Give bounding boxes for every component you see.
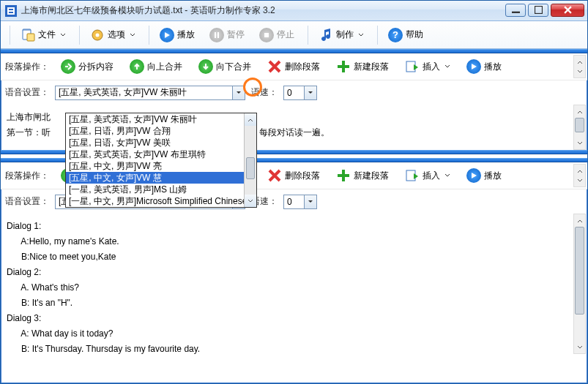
scrollbar[interactable] [573,55,586,78]
svg-rect-10 [215,32,216,38]
scrollbar[interactable] [573,214,586,354]
content-bottom[interactable]: Dialog 1: A:Hello, my name's Kate. B:Nic… [1,214,587,354]
insert-menu[interactable]: 插入 [399,57,456,76]
separator [149,26,149,45]
voice-option[interactable]: [五星, 中文, 男声]VW 亮 [66,160,256,172]
plus-icon [336,168,351,183]
label: 帮助 [406,29,423,41]
segment-ops-top: 段落操作： 分拆内容 向上合并 向下合并 删除段落 新建段落 插入 播放 [1,53,587,80]
voice-option[interactable]: [一星, 美式英语, 男声]MS 山姆 [66,184,256,195]
stop-button[interactable]: 停止 [253,25,300,45]
scrollbar[interactable] [573,105,586,150]
file-menu[interactable]: 文件 [15,25,72,45]
delete-seg-button[interactable]: 删除段落 [261,166,326,185]
plus-icon [336,59,351,74]
pause-icon [209,28,224,42]
separator [10,26,10,45]
play-button[interactable]: 播放 [154,25,201,45]
label: 暂停 [227,29,245,41]
voice-option[interactable]: [五星, 中文, 女声]VW 慧 [66,172,256,184]
help-icon: ? [388,28,403,42]
speed-value: 0 [284,197,295,207]
label: 播放 [177,29,195,41]
label: 文件 [38,29,56,41]
voice-option[interactable]: [五星, 英式英语, 女声]VW 布里琪特 [66,148,256,160]
voice-option[interactable]: [五星, 日语, 女声]VW 美咲 [66,137,256,148]
segment-ops-label: 段落操作： [5,61,49,73]
label: 选项 [108,29,125,41]
speed-value: 0 [284,88,295,98]
scroll-thumb[interactable] [246,157,255,179]
new-seg-button[interactable]: 新建段落 [330,166,395,185]
segment-ops-label: 段落操作： [5,170,49,182]
delete-seg-button[interactable]: 删除段落 [261,57,326,76]
pause-button[interactable]: 暂停 [204,25,250,45]
speed-combo[interactable]: 0 [283,86,317,100]
insert-icon [405,168,420,183]
separator [308,26,308,45]
separator [79,26,80,45]
chevron-down-icon [60,30,66,40]
stop-icon [259,28,274,42]
svg-rect-12 [264,33,269,37]
dropdown-scrollbar[interactable] [244,113,256,207]
window-title: 上海市闸北区七年级预备模块听力试题.txt - 英语听力制作专家 3.2 [21,4,503,17]
gear-icon [90,28,105,42]
voice-option[interactable]: [五星, 日语, 男声]VW 合翔 [66,125,256,137]
label: 制作 [336,29,354,41]
new-seg-button[interactable]: 新建段落 [330,57,395,76]
merge-down-button[interactable]: 向下合并 [193,57,257,76]
make-menu[interactable]: 制作 [313,25,370,45]
chevron-down-icon [444,170,450,181]
minimize-button[interactable] [505,4,526,17]
main-menubar: 文件 选项 播放 暂停 停止 制作 ? 帮助 [1,21,587,49]
split-button[interactable]: 分拆内容 [55,57,119,76]
music-note-icon [319,28,333,42]
file-icon [21,28,35,42]
insert-icon [405,59,420,74]
voice-option[interactable]: [一星, 中文, 男声]Microsoft Simplified Chinese [66,195,256,207]
x-icon [267,168,282,183]
merge-up-button[interactable]: 向上合并 [124,57,188,76]
help-menu[interactable]: ? 帮助 [382,25,429,45]
voice-label: 语音设置： [5,195,49,208]
app-icon [5,5,17,17]
play-icon [160,28,174,42]
play-seg-button[interactable]: 播放 [461,57,507,76]
chevron-down-icon [444,61,450,72]
scrollbar[interactable] [573,164,586,187]
maximize-button[interactable] [528,4,548,17]
voice-settings-top: 语音设置： [五星, 美式英语, 女声]VW 朱丽叶 语速： 0 [1,80,587,105]
svg-rect-3 [9,12,13,13]
svg-point-9 [96,33,100,37]
separator [377,26,378,45]
options-menu[interactable]: 选项 [84,25,141,45]
chevron-down-icon [358,30,364,40]
svg-rect-1 [7,7,15,15]
speed-label: 语速： [251,86,278,99]
svg-rect-2 [9,9,13,10]
voice-option[interactable]: [五星, 美式英语, 女声]VW 朱丽叶 [66,113,256,125]
insert-menu[interactable]: 插入 [399,166,456,185]
play-seg-button[interactable]: 播放 [461,166,507,185]
voice-dropdown-list[interactable]: [五星, 美式英语, 女声]VW 朱丽叶[五星, 日语, 男声]VW 合翔[五星… [65,113,257,208]
voice-label: 语音设置： [5,86,49,99]
titlebar: 上海市闸北区七年级预备模块听力试题.txt - 英语听力制作专家 3.2 [1,1,587,21]
svg-rect-7 [27,34,34,41]
speed-dropdown-button[interactable] [304,195,316,208]
voice-value: [五星, 美式英语, 女声]VW 朱丽叶 [56,86,190,99]
svg-rect-5 [535,6,543,14]
svg-rect-11 [217,32,219,38]
text: Dialog 1: A:Hello, my name's Kate. B:Nic… [7,221,200,354]
voice-combo[interactable]: [五星, 美式英语, 女声]VW 朱丽叶 [55,86,245,100]
svg-rect-4 [512,12,520,13]
voice-dropdown-button[interactable] [232,86,245,99]
speed-dropdown-button[interactable] [304,86,316,99]
chevron-down-icon [130,30,135,40]
label: 停止 [277,29,294,41]
speed-combo-2[interactable]: 0 [283,195,317,209]
x-icon [267,59,282,74]
close-button[interactable] [551,4,584,17]
